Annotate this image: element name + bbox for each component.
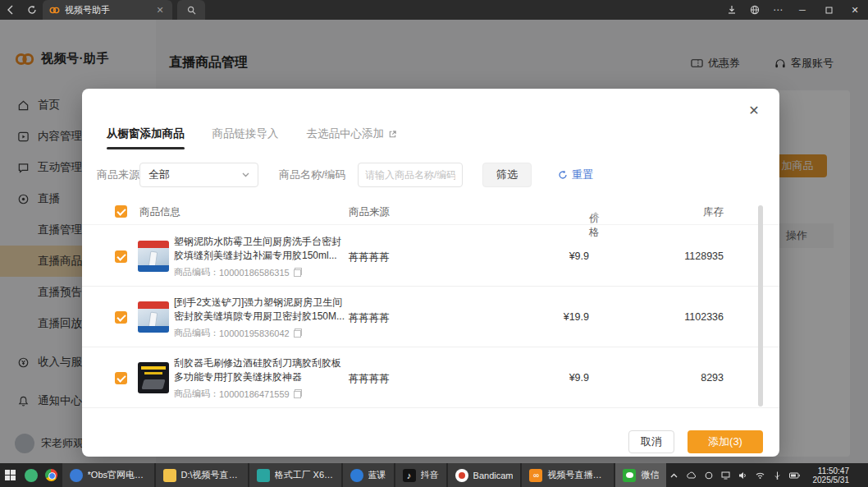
taskbar-app-wechat[interactable]: 微信 [615, 463, 666, 487]
product-price: ¥9.9 [507, 372, 589, 384]
start-button[interactable] [0, 463, 21, 487]
search-icon [187, 6, 196, 15]
row-checkbox[interactable] [115, 372, 127, 384]
code-value: 10000195836042 [219, 328, 290, 338]
reset-button[interactable]: 重置 [558, 163, 593, 187]
browser-tab[interactable]: 视频号助手 ✕ [43, 0, 172, 20]
product-title: [到手2支送铲刀]强力塑钢泥厨房卫生间密封胶美缝填隙专用厨卫密封胶150M... [174, 296, 348, 324]
tray-volume-icon[interactable] [738, 469, 749, 482]
product-stock: 1102336 [625, 311, 724, 323]
browser-titlebar: 视频号助手 ✕ ⋯ ─ ✕ [0, 0, 868, 20]
reset-icon [558, 170, 568, 180]
modal-close-icon[interactable]: ✕ [747, 103, 761, 118]
tray-app-icon[interactable] [703, 469, 715, 482]
product-text: 塑钢泥防水防霉卫生间厨房洗手台密封胶填缝剂美缝封边补漏专用胶150ml... 商… [174, 235, 348, 278]
product-title: 塑钢泥防水防霉卫生间厨房洗手台密封胶填缝剂美缝封边补漏专用胶150ml... [174, 235, 348, 263]
product-source: 苒苒苒苒 [349, 250, 390, 264]
taskbar-app-label: 蓝课 [368, 469, 386, 481]
taskbar-app-douyin[interactable]: ♪ 抖音 [395, 463, 446, 487]
back-icon[interactable] [0, 0, 21, 20]
taskbar-app-label: Bandicam [473, 471, 514, 480]
windows-start-icon [5, 470, 16, 480]
taskbar-app-lanke[interactable]: 蓝课 [343, 463, 394, 487]
tray-network-icon[interactable] [755, 469, 766, 482]
code-label: 商品编码： [174, 327, 219, 339]
clock-date: 2025/5/31 [813, 476, 850, 485]
name-search-input[interactable] [358, 163, 463, 187]
tab-import-link[interactable]: 商品链接导入 [212, 126, 279, 149]
external-link-icon [388, 130, 397, 139]
copy-icon[interactable] [293, 389, 303, 399]
screen: 视频号助手 ✕ ⋯ ─ ✕ 视频号·助手 [0, 0, 868, 487]
download-icon[interactable] [720, 0, 743, 20]
taskbar-app-bandicam[interactable]: Bandicam [448, 463, 521, 487]
wechat-icon [623, 469, 636, 482]
select-all-checkbox[interactable] [115, 205, 127, 218]
page-content: 视频号·助手 首页 内容管理 互动管理 直播 [0, 20, 868, 463]
copy-icon[interactable] [293, 268, 303, 278]
row-checkbox[interactable] [115, 311, 127, 324]
row-checkbox[interactable] [115, 250, 127, 263]
taskbar: *Obs官网电脑... D:\视频号直播... 格式工厂 X64 ... 蓝课 … [0, 463, 868, 487]
product-row[interactable]: [到手2支送铲刀]强力塑钢泥厨房卫生间密封胶美缝填隙专用厨卫密封胶150M...… [82, 287, 779, 347]
tray-battery-icon[interactable] [789, 469, 801, 482]
tab-label: 去选品中心添加 [307, 126, 385, 141]
clock-time: 11:50:47 [813, 466, 850, 476]
bandicam-icon [455, 469, 468, 482]
filter-bar: 商品来源 全部 商品名称/编码 筛选 重置 [82, 163, 779, 187]
tray-chevron-icon[interactable] [669, 469, 680, 482]
product-row[interactable]: 塑钢泥防水防霉卫生间厨房洗手台密封胶填缝剂美缝封边补漏专用胶150ml... 商… [82, 226, 779, 287]
product-title: 刮胶器毛刷修边酒硅胶刮刀璃胶刮胶板多功能专用打胶美缝抹胶神器 [174, 356, 348, 384]
source-filter-label: 商品来源 [97, 163, 139, 187]
taskbar-app-obs[interactable]: *Obs官网电脑... [62, 463, 154, 487]
taskbar-clock[interactable]: 11:50:47 2025/5/31 [806, 466, 855, 485]
menu-dots-icon[interactable]: ⋯ [766, 0, 789, 20]
col-product-source: 商品来源 [349, 205, 390, 219]
source-select[interactable]: 全部 [139, 163, 258, 187]
source-select-value: 全部 [148, 168, 242, 182]
product-stock: 8293 [625, 372, 724, 384]
tab-title: 视频号助手 [65, 4, 149, 16]
col-product-info: 商品信息 [139, 205, 180, 219]
tab-add-from-showcase[interactable]: 从橱窗添加商品 [107, 126, 185, 149]
refresh-icon[interactable] [21, 0, 43, 20]
filter-button[interactable]: 筛选 [482, 163, 532, 187]
cancel-button[interactable]: 取消 [628, 430, 674, 453]
tab-label: 商品链接导入 [212, 126, 279, 141]
chrome-app[interactable] [41, 463, 62, 487]
taskbar-app-label: 视频号直播伴侣 [547, 469, 606, 481]
close-button[interactable]: ✕ [842, 0, 868, 20]
chevron-down-icon [242, 172, 249, 177]
col-stock: 库存 [625, 205, 724, 219]
modal-scrollbar-thumb[interactable] [758, 205, 763, 407]
confirm-add-button[interactable]: 添加(3) [688, 430, 763, 453]
taskbar-app-formatfactory[interactable]: 格式工厂 X64 ... [249, 463, 341, 487]
maximize-button[interactable] [815, 0, 842, 20]
chrome-icon [45, 469, 57, 481]
minimize-button[interactable]: ─ [789, 0, 815, 20]
lanke-icon [350, 469, 363, 482]
taskbar-app-label: D:\视频号直播... [181, 469, 240, 481]
tab-selection-center[interactable]: 去选品中心添加 [307, 126, 398, 149]
product-row[interactable]: 刮胶器毛刷修边酒硅胶刮刀璃胶刮胶板多功能专用打胶美缝抹胶神器 商品编码：1000… [82, 347, 779, 408]
globe-icon[interactable] [743, 0, 766, 20]
copy-icon[interactable] [293, 328, 303, 338]
tray-display-icon[interactable] [720, 469, 732, 482]
taskbar-app-channels-live[interactable]: ∞ 视频号直播伴侣 [522, 463, 614, 487]
channels-favicon-icon [49, 5, 60, 16]
tray-cloud-icon[interactable] [686, 469, 697, 482]
folder-icon [163, 469, 176, 482]
product-source: 苒苒苒苒 [349, 372, 390, 386]
table-header: 商品信息 商品来源 价格 库存 [82, 199, 779, 225]
product-code: 商品编码：10000186471559 [174, 388, 348, 400]
product-image [138, 301, 169, 333]
product-code: 商品编码：10000186586315 [174, 266, 348, 278]
tab-close-icon[interactable]: ✕ [154, 5, 166, 16]
search-tab[interactable] [177, 0, 205, 20]
product-stock: 1128935 [625, 250, 724, 262]
tray-usb-icon[interactable] [772, 469, 783, 482]
product-image [138, 241, 169, 272]
taskbar-app-folder[interactable]: D:\视频号直播... [156, 463, 248, 487]
pinned-chat-app[interactable] [21, 463, 41, 487]
code-label: 商品编码： [174, 266, 219, 278]
